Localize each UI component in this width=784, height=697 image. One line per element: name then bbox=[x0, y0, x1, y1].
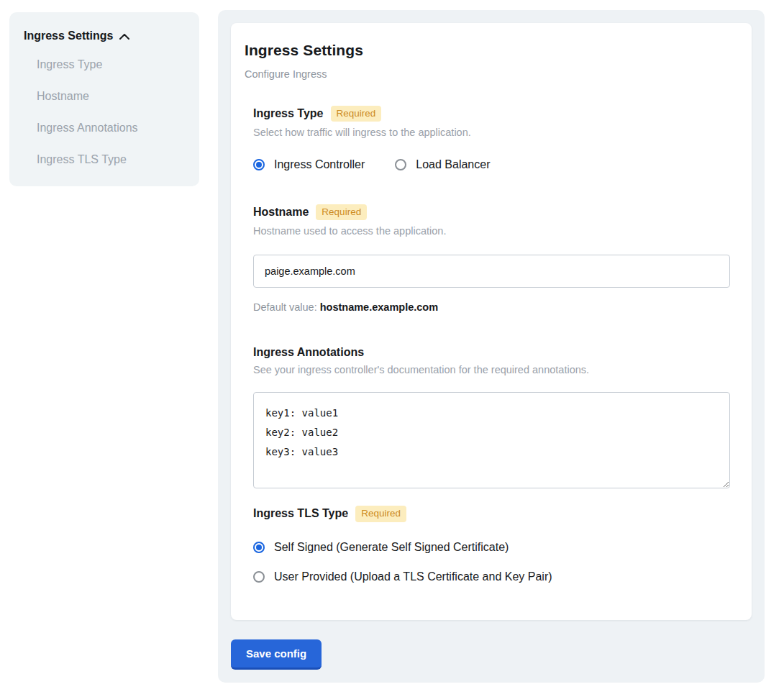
save-config-button[interactable]: Save config bbox=[231, 639, 322, 670]
page-title: Ingress Settings bbox=[245, 42, 730, 59]
page: Ingress Settings Ingress Type Hostname I… bbox=[0, 0, 784, 697]
required-badge: Required bbox=[316, 204, 367, 220]
default-value-text: hostname.example.com bbox=[320, 301, 438, 313]
ingress-type-radio-group: Ingress Controller Load Balancer bbox=[253, 158, 730, 171]
ingress-tls-radio-group: Self Signed (Generate Self Signed Certif… bbox=[253, 541, 730, 583]
default-value-label: Default value: bbox=[253, 301, 317, 313]
required-badge: Required bbox=[331, 106, 382, 122]
sidebar-group-label: Ingress Settings bbox=[24, 29, 113, 42]
sidebar-item-ingress-annotations[interactable]: Ingress Annotations bbox=[37, 122, 185, 135]
sidebar-item-ingress-tls-type[interactable]: Ingress TLS Type bbox=[37, 153, 185, 166]
ingress-type-help: Select how traffic will ingress to the a… bbox=[253, 127, 730, 138]
radio-self-signed[interactable]: Self Signed (Generate Self Signed Certif… bbox=[253, 541, 730, 554]
section-hostname: Hostname Required Hostname used to acces… bbox=[253, 204, 730, 313]
radio-ingress-controller[interactable]: Ingress Controller bbox=[253, 158, 365, 171]
radio-icon bbox=[253, 571, 265, 583]
radio-label: Ingress Controller bbox=[274, 158, 365, 171]
section-ingress-tls-type: Ingress TLS Type Required Self Signed (G… bbox=[253, 506, 730, 583]
ingress-annotations-label: Ingress Annotations bbox=[253, 346, 364, 359]
hostname-input[interactable] bbox=[253, 255, 730, 288]
page-subtitle: Configure Ingress bbox=[245, 68, 730, 80]
radio-user-provided[interactable]: User Provided (Upload a TLS Certificate … bbox=[253, 570, 730, 583]
required-badge: Required bbox=[355, 506, 406, 521]
ingress-type-label: Ingress Type bbox=[253, 107, 324, 120]
hostname-default-line: Default value: hostname.example.com bbox=[253, 301, 730, 313]
ingress-settings-card: Ingress Settings Configure Ingress Ingre… bbox=[231, 23, 752, 620]
section-ingress-annotations: Ingress Annotations See your ingress con… bbox=[253, 346, 730, 488]
radio-icon bbox=[253, 159, 265, 170]
sidebar-item-ingress-type[interactable]: Ingress Type bbox=[37, 58, 185, 71]
hostname-help: Hostname used to access the application. bbox=[253, 225, 730, 237]
radio-load-balancer[interactable]: Load Balancer bbox=[395, 158, 490, 171]
radio-label: Self Signed (Generate Self Signed Certif… bbox=[274, 541, 509, 554]
radio-label: User Provided (Upload a TLS Certificate … bbox=[274, 570, 552, 583]
chevron-up-icon bbox=[119, 34, 129, 40]
radio-icon bbox=[395, 159, 406, 170]
ingress-annotations-textarea[interactable]: key1: value1 key2: value2 key3: value3 bbox=[253, 392, 730, 488]
section-ingress-type: Ingress Type Required Select how traffic… bbox=[253, 106, 730, 171]
settings-sidebar: Ingress Settings Ingress Type Hostname I… bbox=[9, 12, 199, 186]
radio-icon bbox=[253, 542, 265, 553]
sidebar-item-hostname[interactable]: Hostname bbox=[37, 90, 185, 103]
ingress-annotations-help: See your ingress controller's documentat… bbox=[253, 364, 730, 375]
sidebar-items: Ingress Type Hostname Ingress Annotation… bbox=[37, 58, 185, 166]
main-panel: Ingress Settings Configure Ingress Ingre… bbox=[218, 10, 765, 683]
radio-label: Load Balancer bbox=[416, 158, 490, 171]
sidebar-group-ingress-settings[interactable]: Ingress Settings bbox=[24, 29, 185, 42]
hostname-label: Hostname bbox=[253, 206, 309, 219]
ingress-tls-type-label: Ingress TLS Type bbox=[253, 507, 348, 520]
